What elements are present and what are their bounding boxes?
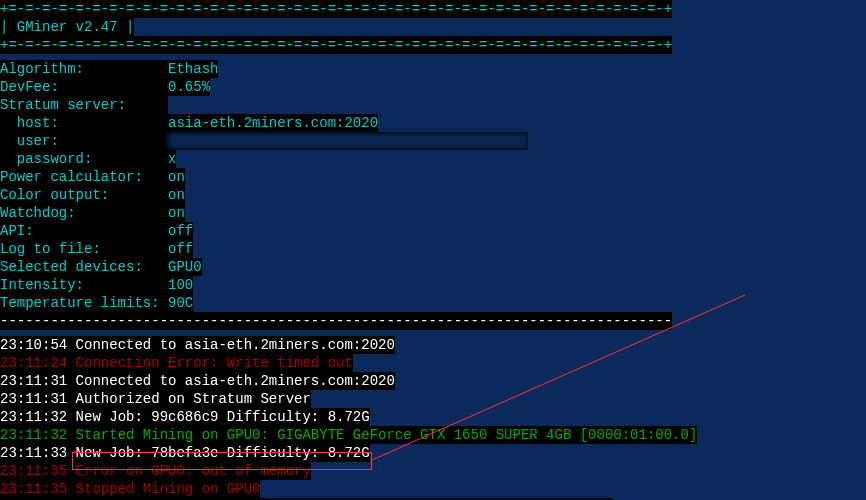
- config-label: user:: [0, 133, 168, 149]
- log-message: Connected to asia-eth.2miners.com:2020: [67, 373, 395, 389]
- config-value: asia-eth.2miners.com:2020: [168, 115, 378, 131]
- log-timestamp: 23:11:24: [0, 355, 67, 371]
- config-value: 90C: [168, 295, 193, 311]
- config-label: Selected devices:: [0, 259, 168, 275]
- separator-line: ----------------------------------------…: [0, 312, 672, 330]
- config-label: API:: [0, 223, 168, 239]
- config-label: host:: [0, 115, 168, 131]
- config-value: 100: [168, 277, 193, 293]
- header-title: | GMiner v2.47 |: [0, 18, 134, 36]
- config-label: password:: [0, 151, 168, 167]
- log-line: 23:11:33 New Job: 78befa3e Difficulty: 8…: [0, 444, 370, 462]
- log-line: 23:11:24 Connection Error: Write timed o…: [0, 354, 353, 372]
- config-label: Algorithm:: [0, 61, 168, 77]
- config-label: Temperature limits:: [0, 295, 168, 311]
- config-label: Intensity:: [0, 277, 168, 293]
- redacted-value: [168, 133, 528, 149]
- log-message: Connection Error: Write timed out: [67, 355, 353, 371]
- config-row: DevFee: 0.65%: [0, 78, 210, 96]
- config-value: off: [168, 223, 193, 239]
- log-line: 23:11:31 Authorized on Stratum Server: [0, 390, 311, 408]
- config-value: x: [168, 151, 176, 167]
- log-timestamp: 23:11:35: [0, 481, 67, 497]
- header-border-top: +=-=-=-=-=-=-=-=-=-=-=-=-=-=-=-=-=-=-=-=…: [0, 0, 672, 18]
- config-value: on: [168, 187, 185, 203]
- config-row: Temperature limits: 90C: [0, 294, 193, 312]
- config-row: Power calculator: on: [0, 168, 185, 186]
- config-row: Watchdog: on: [0, 204, 185, 222]
- log-line: 23:11:32 Started Mining on GPU0: GIGABYT…: [0, 426, 697, 444]
- config-row: password: x: [0, 150, 176, 168]
- config-label: DevFee:: [0, 79, 168, 95]
- config-block: Algorithm: EthashDevFee: 0.65%Stratum se…: [0, 60, 866, 312]
- config-row: Log to file: off: [0, 240, 193, 258]
- log-timestamp: 23:11:32: [0, 427, 67, 443]
- config-row: user:: [0, 132, 528, 150]
- log-line: 23:11:31 Connected to asia-eth.2miners.c…: [0, 372, 395, 390]
- log-message: Started Mining on GPU0: GIGABYTE GeForce…: [67, 427, 697, 443]
- config-value: off: [168, 241, 193, 257]
- log-message: Connected to asia-eth.2miners.com:2020: [67, 337, 395, 353]
- config-value: Ethash: [168, 61, 218, 77]
- log-timestamp: 23:11:33: [0, 445, 67, 461]
- terminal-window: +=-=-=-=-=-=-=-=-=-=-=-=-=-=-=-=-=-=-=-=…: [0, 0, 866, 500]
- log-message: New Job: 78befa3e Difficulty: 8.72G: [67, 445, 369, 461]
- log-timestamp: 23:10:54: [0, 337, 67, 353]
- log-message: Stopped Mining on GPU0: [67, 481, 260, 497]
- config-label: Power calculator:: [0, 169, 168, 185]
- config-label: Color output:: [0, 187, 168, 203]
- config-label: Stratum server:: [0, 97, 168, 113]
- config-label: Log to file:: [0, 241, 168, 257]
- log-line: 23:11:35 Error on GPU0: out of memory: [0, 462, 311, 480]
- config-row: Algorithm: Ethash: [0, 60, 218, 78]
- config-row: Selected devices: GPU0: [0, 258, 202, 276]
- log-message: New Job: 99c686c9 Difficulty: 8.72G: [67, 409, 369, 425]
- log-line: 23:11:35 Stopped Mining on GPU0: [0, 480, 260, 498]
- config-row: host: asia-eth.2miners.com:2020: [0, 114, 378, 132]
- header-border-bottom: +=-=-=-=-=-=-=-=-=-=-=-=-=-=-=-=-=-=-=-=…: [0, 36, 672, 54]
- log-line: 23:10:54 Connected to asia-eth.2miners.c…: [0, 336, 395, 354]
- config-value: 0.65%: [168, 79, 210, 95]
- config-row: Color output: on: [0, 186, 185, 204]
- log-timestamp: 23:11:32: [0, 409, 67, 425]
- log-timestamp: 23:11:31: [0, 391, 67, 407]
- config-label: Watchdog:: [0, 205, 168, 221]
- config-value: on: [168, 169, 185, 185]
- config-row: Intensity: 100: [0, 276, 193, 294]
- log-timestamp: 23:11:31: [0, 373, 67, 389]
- config-value: on: [168, 205, 185, 221]
- config-value: GPU0: [168, 259, 202, 275]
- config-row: Stratum server:: [0, 96, 168, 114]
- log-message: Authorized on Stratum Server: [67, 391, 311, 407]
- config-row: API: off: [0, 222, 193, 240]
- log-message: Error on GPU0: out of memory: [67, 463, 311, 479]
- log-block: 23:10:54 Connected to asia-eth.2miners.c…: [0, 336, 866, 500]
- log-line: 23:11:32 New Job: 99c686c9 Difficulty: 8…: [0, 408, 370, 426]
- log-timestamp: 23:11:35: [0, 463, 67, 479]
